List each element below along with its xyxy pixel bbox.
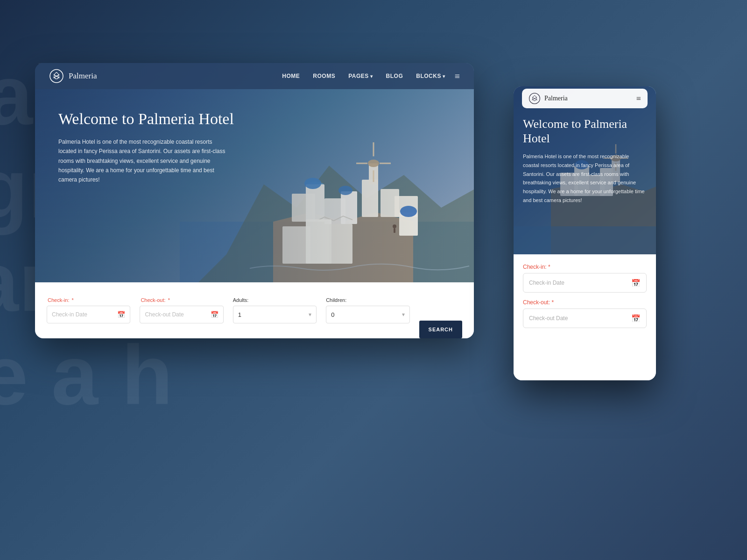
bg-watermark-4: e a h — [0, 327, 173, 423]
mobile-hero-title: Welcome to Palmeria Hotel — [523, 117, 647, 146]
desktop-logo-area[interactable]: Palmeria — [49, 69, 97, 84]
mobile-checkout-input[interactable]: Check-out Date 📅 — [523, 308, 647, 328]
checkout-placeholder: Check-out Date — [145, 311, 183, 318]
nav-rooms[interactable]: ROOMS — [313, 73, 335, 79]
mobile-checkout-placeholder: Check-out Date — [529, 315, 568, 322]
adults-select[interactable]: 1 ▾ — [233, 306, 317, 323]
mobile-checkin-input[interactable]: Check-in Date 📅 — [523, 273, 647, 293]
mobile-logo-icon — [529, 92, 541, 105]
checkin-calendar-icon: 📅 — [117, 311, 125, 318]
checkout-group: Check-out: * Check-out Date 📅 — [140, 297, 223, 323]
children-arrow-icon: ▾ — [402, 311, 405, 318]
adults-value: 1 — [238, 311, 241, 318]
nav-pages[interactable]: PAGES — [348, 73, 373, 79]
mobile-navbar: Palmeria ≡ — [514, 86, 656, 111]
nav-blocks[interactable]: BLOCKS — [416, 73, 445, 79]
desktop-hero-content: Welcome to Palmeria Hotel Palmeria Hotel… — [58, 110, 451, 185]
checkin-label: Check-in: * — [47, 297, 130, 303]
adults-group: Adults: 1 ▾ — [233, 297, 317, 323]
mobile-brand-name: Palmeria — [544, 95, 568, 102]
mobile-checkout-label: Check-out: * — [523, 299, 647, 306]
checkout-calendar-icon: 📅 — [211, 311, 218, 318]
mobile-logo-area[interactable]: Palmeria — [529, 92, 568, 105]
children-label: Children: — [326, 297, 409, 303]
checkout-label: Check-out: * — [140, 297, 223, 303]
mobile-checkin-calendar-icon: 📅 — [631, 279, 641, 287]
mobile-checkout-group: Check-out: * Check-out Date 📅 — [523, 299, 647, 328]
mobile-hero-content: Welcome to Palmeria Hotel Palmeria Hotel… — [523, 117, 647, 205]
checkout-required: * — [168, 297, 170, 303]
nav-blog[interactable]: BLOG — [386, 73, 403, 79]
desktop-navbar: Palmeria HOME ROOMS PAGES BLOG BLOCKS ≡ — [35, 63, 474, 89]
mobile-checkin-group: Check-in: * Check-in Date 📅 — [523, 264, 647, 293]
hamburger-menu[interactable]: ≡ — [455, 71, 460, 82]
children-group: Children: 0 ▾ — [326, 297, 409, 323]
nav-home[interactable]: HOME — [282, 73, 300, 79]
checkin-placeholder: Check-in Date — [52, 311, 87, 318]
checkin-required: * — [72, 297, 74, 303]
desktop-hero-description: Palmeria Hotel is one of the most recogn… — [58, 137, 231, 185]
mobile-card: Palmeria ≡ Welcome to Palmeria Hotel Pal… — [514, 86, 656, 380]
mobile-checkout-calendar-icon: 📅 — [631, 314, 641, 323]
desktop-hero-title: Welcome to Palmeria Hotel — [58, 110, 236, 129]
mobile-hamburger-icon[interactable]: ≡ — [636, 94, 641, 104]
mobile-checkin-label: Check-in: * — [523, 264, 647, 270]
adults-arrow-icon: ▾ — [309, 311, 311, 318]
desktop-booking-form: Check-in: * Check-in Date 📅 Check-out: *… — [35, 282, 474, 338]
checkin-input[interactable]: Check-in Date 📅 — [47, 306, 130, 323]
mobile-navbar-inner: Palmeria ≡ — [522, 89, 648, 108]
children-value: 0 — [331, 311, 334, 318]
mobile-checkin-placeholder: Check-in Date — [529, 280, 564, 286]
desktop-card: Palmeria HOME ROOMS PAGES BLOG BLOCKS ≡ … — [35, 63, 474, 338]
desktop-brand-name: Palmeria — [69, 71, 97, 81]
mobile-checkin-required: * — [548, 264, 550, 270]
children-select[interactable]: 0 ▾ — [326, 306, 409, 323]
mobile-booking-form: Check-in: * Check-in Date 📅 Check-out: *… — [514, 254, 656, 380]
palmeria-logo-icon — [49, 69, 64, 84]
mobile-checkout-required: * — [551, 299, 554, 306]
checkin-group: Check-in: * Check-in Date 📅 — [47, 297, 130, 323]
adults-label: Adults: — [233, 297, 317, 303]
mobile-hero-description: Palmeria Hotel is one of the most recogn… — [523, 152, 647, 204]
checkout-input[interactable]: Check-out Date 📅 — [140, 306, 223, 323]
search-button[interactable]: SEARCH — [419, 321, 462, 338]
desktop-nav-links: HOME ROOMS PAGES BLOG BLOCKS — [282, 73, 445, 79]
